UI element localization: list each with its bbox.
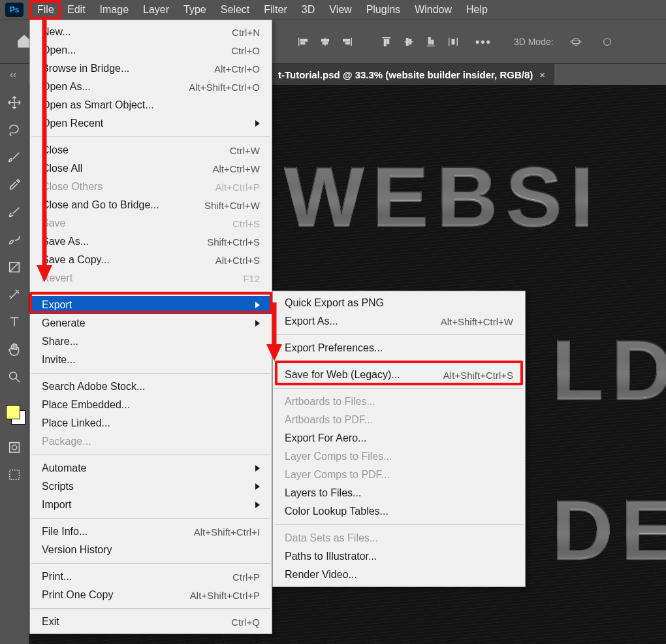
menu-edit[interactable]: Edit xyxy=(60,0,93,20)
type-tool-icon[interactable] xyxy=(3,311,25,333)
export-menu-render-video[interactable]: Render Video... xyxy=(273,566,525,584)
file-menu-scripts[interactable]: Scripts xyxy=(30,477,272,496)
file-menu-open[interactable]: Open...Ctrl+O xyxy=(30,41,272,59)
menu-item-label: Close xyxy=(42,144,69,156)
file-menu-exit[interactable]: ExitCtrl+Q xyxy=(30,613,272,631)
file-menu-open-as-smart-object[interactable]: Open as Smart Object... xyxy=(30,96,272,114)
export-menu-save-for-web-legacy[interactable]: Save for Web (Legacy)...Alt+Shift+Ctrl+S xyxy=(273,366,525,384)
quick-mask-icon[interactable] xyxy=(3,436,25,459)
menu-item-label: Export For Aero... xyxy=(285,432,366,444)
hand-tool-icon[interactable] xyxy=(3,338,25,361)
export-menu-separator xyxy=(274,334,524,335)
export-menu-color-lookup-tables[interactable]: Color Lookup Tables... xyxy=(273,502,525,521)
align-bottom-icon[interactable] xyxy=(422,33,440,51)
document-tab[interactable]: t-Tutorial.psd @ 33.3% (website builder … xyxy=(269,64,554,85)
menu-view[interactable]: View xyxy=(322,0,358,20)
menu-window[interactable]: Window xyxy=(407,0,459,20)
wand-tool-icon[interactable] xyxy=(3,283,25,306)
screen-mode-icon[interactable] xyxy=(3,464,25,486)
close-tab-icon[interactable]: × xyxy=(539,69,545,80)
export-menu-export-as[interactable]: Export As...Alt+Shift+Ctrl+W xyxy=(273,312,525,330)
file-menu-print[interactable]: Print...Ctrl+P xyxy=(30,568,272,586)
document-tab-title: t-Tutorial.psd @ 33.3% (website builder … xyxy=(278,69,533,80)
menu-item-label: Version History xyxy=(42,544,112,556)
pan-icon[interactable] xyxy=(598,33,616,51)
file-menu-separator xyxy=(31,563,270,564)
file-menu-separator xyxy=(31,373,270,374)
collapse-panels-icon[interactable]: ‹‹ xyxy=(0,64,26,85)
menu-item-label: Revert xyxy=(42,272,72,284)
file-menu-save-a-copy[interactable]: Save a Copy...Alt+Ctrl+S xyxy=(30,251,272,269)
export-menu-quick-export-as-png[interactable]: Quick Export as PNG xyxy=(273,294,525,312)
file-menu-open-recent[interactable]: Open Recent xyxy=(30,114,272,133)
menu-item-label: Package... xyxy=(42,436,91,447)
file-menu-save-as[interactable]: Save As...Shift+Ctrl+S xyxy=(30,233,272,251)
lasso-tool-icon[interactable] xyxy=(3,119,25,141)
file-menu-open-as[interactable]: Open As...Alt+Shift+Ctrl+O xyxy=(30,78,272,96)
menu-item-label: Export xyxy=(42,299,72,311)
file-menu-generate[interactable]: Generate xyxy=(30,314,272,332)
menu-item-label: Save a Copy... xyxy=(42,254,110,266)
menu-file[interactable]: File xyxy=(29,0,61,20)
brush-tool-icon[interactable] xyxy=(3,146,25,169)
menu-item-label: Place Embedded... xyxy=(42,399,130,411)
submenu-arrow-icon xyxy=(255,465,260,472)
file-menu-close-and-go-to-bridge[interactable]: Close and Go to Bridge...Shift+Ctrl+W xyxy=(30,196,272,214)
file-menu-browse-in-bridge[interactable]: Browse in Bridge...Alt+Ctrl+O xyxy=(30,59,272,78)
align-right-icon[interactable] xyxy=(338,33,357,51)
gradient-tool-icon[interactable] xyxy=(3,256,25,278)
file-menu-version-history[interactable]: Version History xyxy=(30,541,272,559)
menu-3d[interactable]: 3D xyxy=(294,0,322,20)
menu-item-label: File Info... xyxy=(42,526,87,538)
menu-plugins[interactable]: Plugins xyxy=(359,0,407,20)
file-menu-place-linked[interactable]: Place Linked... xyxy=(30,414,272,432)
export-menu-export-preferences[interactable]: Export Preferences... xyxy=(273,339,525,357)
file-menu-place-embedded[interactable]: Place Embedded... xyxy=(30,396,272,414)
menu-select[interactable]: Select xyxy=(214,0,257,20)
menu-type[interactable]: Type xyxy=(176,0,214,20)
more-options-icon[interactable]: ••• xyxy=(475,35,492,49)
file-menu-search-adobe-stock[interactable]: Search Adobe Stock... xyxy=(30,378,272,396)
file-dropdown-menu: New...Ctrl+NOpen...Ctrl+OBrowse in Bridg… xyxy=(29,20,272,634)
align-left-icon[interactable] xyxy=(294,33,312,51)
align-center-h-icon[interactable] xyxy=(316,33,334,51)
file-menu-close[interactable]: CloseCtrl+W xyxy=(30,141,272,159)
color-swatch[interactable] xyxy=(6,405,23,422)
clone-brush-icon[interactable] xyxy=(3,201,25,223)
menu-item-label: Quick Export as PNG xyxy=(285,297,384,309)
export-menu-paths-to-illustrator[interactable]: Paths to Illustrator... xyxy=(273,547,525,566)
menu-layer[interactable]: Layer xyxy=(136,0,176,20)
zoom-tool-icon[interactable] xyxy=(3,366,25,388)
menu-item-label: Open as Smart Object... xyxy=(42,99,154,111)
file-menu-export[interactable]: Export xyxy=(30,296,272,314)
menu-image[interactable]: Image xyxy=(93,0,136,20)
file-menu-close-all[interactable]: Close AllAlt+Ctrl+W xyxy=(30,159,272,178)
menu-item-shortcut: Alt+Ctrl+S xyxy=(215,255,260,266)
export-menu-layer-comps-to-pdf: Layer Comps to PDF... xyxy=(273,466,525,484)
file-menu-import[interactable]: Import xyxy=(30,496,272,514)
menu-filter[interactable]: Filter xyxy=(257,0,294,20)
menu-item-label: Browse in Bridge... xyxy=(42,63,129,74)
menu-item-shortcut: Ctrl+O xyxy=(231,45,260,56)
file-menu-separator xyxy=(31,608,270,609)
menu-help[interactable]: Help xyxy=(459,0,495,20)
file-menu-share[interactable]: Share... xyxy=(30,332,272,351)
export-menu-separator xyxy=(274,361,524,362)
orbit-icon[interactable] xyxy=(567,33,585,51)
align-middle-icon[interactable] xyxy=(400,33,418,51)
export-menu-layers-to-files[interactable]: Layers to Files... xyxy=(273,484,525,502)
file-menu-new[interactable]: New...Ctrl+N xyxy=(30,23,272,41)
file-menu-automate[interactable]: Automate xyxy=(30,459,272,477)
file-menu-save: SaveCtrl+S xyxy=(30,214,272,233)
file-menu-print-one-copy[interactable]: Print One CopyAlt+Shift+Ctrl+P xyxy=(30,586,272,604)
file-menu-invite[interactable]: Invite... xyxy=(30,351,272,369)
distribute-icon[interactable] xyxy=(444,33,462,51)
move-tool-icon[interactable] xyxy=(3,91,25,114)
export-menu-separator xyxy=(274,524,524,525)
file-menu-file-info[interactable]: File Info...Alt+Shift+Ctrl+I xyxy=(30,523,272,541)
export-menu-export-for-aero[interactable]: Export For Aero... xyxy=(273,429,525,447)
align-top-icon[interactable] xyxy=(377,33,396,51)
art-brush-icon[interactable] xyxy=(3,229,25,251)
eyedropper-tool-icon[interactable] xyxy=(3,174,25,196)
menu-item-label: Import xyxy=(42,499,71,511)
